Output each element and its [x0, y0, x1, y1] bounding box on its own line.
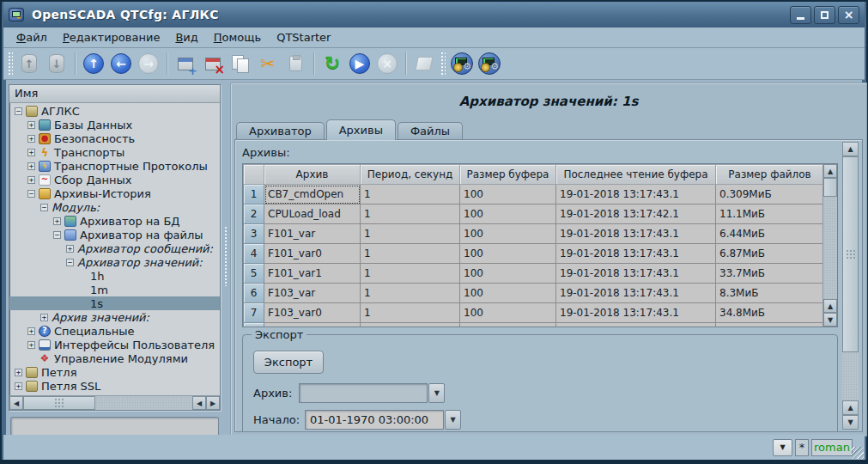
tree-item-12[interactable]: −Архиватор значений:	[9, 255, 220, 269]
scrollbar-track[interactable]	[823, 197, 837, 299]
collapse-icon[interactable]: −	[53, 231, 61, 239]
scroll-right-icon[interactable]: ▶	[206, 396, 220, 410]
expand-icon[interactable]: +	[15, 382, 22, 390]
tree-horizontal-scrollbar[interactable]: ◀ ◀ ▶	[9, 395, 220, 410]
table-cell[interactable]	[244, 323, 264, 327]
table-cell[interactable]: 34.8МиБ	[716, 303, 823, 323]
table-cell[interactable]: 33.7МиБ	[716, 264, 823, 284]
menu-item-1[interactable]: Файл	[9, 28, 55, 46]
expand-icon[interactable]: +	[27, 135, 35, 143]
table-cell[interactable]: 100	[460, 284, 556, 303]
tree-item-7[interactable]: −Архивы-История	[9, 186, 220, 200]
tree-item-3[interactable]: +●Безопасность	[9, 131, 220, 145]
maximize-button[interactable]	[814, 6, 835, 24]
table-cell[interactable]: 100	[460, 244, 556, 264]
scrollbar-thumb[interactable]	[842, 156, 859, 352]
archive-combobox[interactable]	[299, 383, 428, 403]
scrollbar-track[interactable]	[842, 352, 859, 400]
expand-icon[interactable]: +	[53, 217, 61, 225]
table-cell[interactable]: 1	[361, 244, 460, 264]
resize-grip[interactable]	[852, 447, 864, 459]
table-cell[interactable]: 6.87МиБ	[716, 244, 823, 264]
expand-icon[interactable]: +	[66, 245, 74, 253]
tree-item-4[interactable]: +ϟТранспорты	[9, 145, 220, 159]
back-button[interactable]: ←	[108, 51, 134, 76]
close-button[interactable]: ×	[838, 6, 859, 24]
table-cell[interactable]: 1	[361, 224, 460, 244]
table-cell[interactable]: 6.44МиБ	[716, 224, 823, 244]
table-cell[interactable]: 100	[460, 303, 556, 323]
table-cell[interactable]: 1	[361, 205, 460, 224]
scroll-up-icon[interactable]: ▲	[842, 400, 859, 415]
archives-table[interactable]: АрхивПериод, секундРазмер буфераПоследне…	[242, 163, 838, 327]
tree-item-13[interactable]: 1h	[9, 269, 220, 283]
delete-item-button[interactable]: ×	[200, 51, 226, 76]
column-header-4[interactable]: Последнее чтение буфера	[556, 165, 716, 185]
table-cell[interactable]: 1	[361, 264, 460, 284]
qtvision-starter-button[interactable]: ⚙	[476, 51, 502, 76]
scrollbar-thumb[interactable]	[23, 396, 95, 410]
scrollbar-thumb[interactable]	[823, 178, 837, 197]
qtcfg-starter-button[interactable]: ⚙	[449, 51, 475, 76]
table-cell[interactable]: 100	[460, 264, 556, 284]
begin-datetime-field[interactable]: 01-01-1970 03:00:00	[305, 410, 444, 430]
title-bar[interactable]: OpenSCADA QTCfg: АГЛКС ×	[3, 2, 865, 27]
table-cell[interactable]: F101_var	[264, 224, 361, 244]
tree-item-8[interactable]: −Модуль:	[9, 200, 220, 214]
tree-item-6[interactable]: +~Сбор Данных	[9, 173, 220, 186]
tab-архиватор[interactable]: Архиватор	[236, 122, 325, 140]
table-vertical-scrollbar[interactable]: ▲ ▲ ▼	[822, 164, 837, 327]
scrollbar-track[interactable]	[95, 396, 192, 410]
tree-item-17[interactable]: +?Специальные	[9, 324, 220, 338]
tree-item-21[interactable]: +Петля SSL	[9, 379, 220, 393]
expand-icon[interactable]: +	[27, 176, 35, 184]
column-header-3[interactable]: Размер буфера	[460, 165, 556, 185]
table-cell[interactable]: 19-01-2018 13:17:43.1	[556, 303, 716, 323]
row-number-cell[interactable]: 3	[244, 224, 264, 244]
table-cell[interactable]: 1	[361, 185, 460, 205]
tree-item-9[interactable]: +Архиватор на БД	[9, 214, 220, 228]
table-cell[interactable]: CPULoad_load	[264, 205, 361, 224]
table-cell[interactable]: 1	[361, 303, 460, 323]
tree-item-16[interactable]: +Архив значений:	[9, 310, 220, 324]
table-cell[interactable]: 19-01-2018 13:17:42.1	[556, 205, 716, 224]
collapse-icon[interactable]: −	[27, 190, 35, 198]
row-number-cell[interactable]: 1	[244, 185, 264, 205]
table-cell[interactable]: 0.309МиБ	[716, 185, 823, 205]
archive-combo-button[interactable]: ▼	[428, 383, 445, 403]
table-cell[interactable]: F103_var	[264, 284, 361, 303]
column-header-5[interactable]: Размер файлов	[716, 165, 823, 185]
tree-header[interactable]: Имя	[9, 85, 220, 103]
scroll-left-icon[interactable]: ◀	[192, 396, 206, 410]
table-cell[interactable]: 11.1МиБ	[716, 205, 823, 224]
table-cell[interactable]: 8.3МиБ	[716, 284, 823, 303]
table-cell[interactable]	[716, 323, 823, 327]
tab-файлы[interactable]: Файлы	[398, 122, 463, 140]
table-cell[interactable]	[264, 323, 361, 327]
tree-item-2[interactable]: +Базы Данных	[9, 118, 220, 131]
scroll-down-icon[interactable]: ▼	[823, 313, 837, 327]
scroll-left-icon[interactable]: ◀	[9, 396, 23, 410]
minimize-button[interactable]	[790, 6, 811, 24]
start-button[interactable]: ▶	[347, 51, 373, 76]
export-button[interactable]: Экспорт	[253, 351, 324, 374]
tree-item-14[interactable]: 1m	[9, 283, 220, 296]
table-cell[interactable]: F103_var0	[264, 303, 361, 323]
expand-icon[interactable]: +	[27, 121, 35, 129]
tree-item-19[interactable]: ❖Управление Модулями	[9, 351, 220, 365]
scroll-up-icon[interactable]: ▲	[842, 142, 859, 156]
row-number-cell[interactable]: 7	[244, 303, 264, 323]
scroll-up-icon[interactable]: ▲	[823, 299, 837, 313]
begin-combo-button[interactable]: ▼	[445, 410, 461, 430]
copy-button[interactable]	[228, 51, 253, 76]
table-cell[interactable]: CB7_cmdOpen	[264, 185, 361, 205]
menu-item-2[interactable]: Редактирование	[55, 28, 167, 46]
table-cell[interactable]: F101_var1	[264, 264, 361, 284]
table-cell[interactable]: 19-01-2018 13:17:43.1	[556, 185, 716, 205]
table-cell[interactable]: 1	[361, 284, 460, 303]
table-cell[interactable]: F101_var0	[264, 244, 361, 264]
menu-item-5[interactable]: QTStarter	[269, 28, 338, 46]
tree-item-5[interactable]: +ϟТранспортные Протоколы	[9, 159, 220, 173]
tree-item-1[interactable]: −АГЛКС	[9, 104, 220, 118]
tree-item-10[interactable]: −Архиватор на файлы	[9, 228, 220, 241]
